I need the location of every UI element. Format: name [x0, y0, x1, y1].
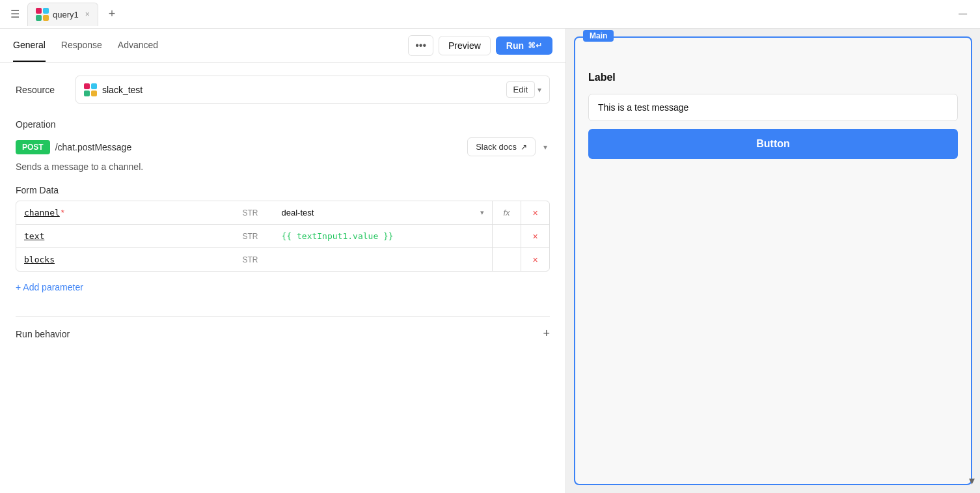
preview-run-button[interactable]: Button — [588, 129, 958, 159]
delete-button-blocks[interactable]: × — [521, 248, 549, 271]
operation-description: Sends a message to a channel. — [16, 162, 550, 172]
param-name-text[interactable]: text — [16, 225, 235, 247]
param-type-channel: STR — [235, 201, 274, 224]
tab-general[interactable]: General — [13, 29, 46, 62]
param-name-blocks[interactable]: blocks — [16, 248, 235, 271]
resource-dropdown-icon[interactable]: ▾ — [538, 85, 541, 94]
hamburger-menu-icon[interactable]: ☰ — [8, 5, 22, 23]
tab-name: query1 — [53, 10, 79, 20]
table-row: text STR {{ textInput1.value }} × — [16, 225, 549, 248]
run-behavior-add-button[interactable]: + — [543, 327, 550, 341]
resource-box: slack_test Edit ▾ — [75, 76, 550, 104]
param-value-text[interactable]: {{ textInput1.value }} — [274, 225, 493, 247]
preview-button[interactable]: Preview — [439, 36, 491, 55]
param-type-text: STR — [235, 225, 274, 247]
post-badge: POST — [16, 140, 50, 154]
endpoint-text: /chat.postMessage — [55, 142, 462, 152]
fx-button-blocks[interactable] — [492, 248, 521, 271]
query-tab[interactable]: query1 × — [27, 3, 98, 26]
right-panel: Main Label This is a test message Button… — [566, 29, 980, 493]
run-shortcut: ⌘↵ — [528, 41, 542, 50]
resource-name: slack_test — [84, 83, 143, 96]
param-name-channel[interactable]: channel* — [16, 201, 235, 224]
form-data-label: Form Data — [16, 185, 550, 195]
run-behavior-section: Run behavior + — [16, 316, 550, 351]
scroll-down-arrow[interactable]: ▾ — [969, 473, 975, 488]
run-behavior-label: Run behavior — [16, 329, 70, 339]
minimize-button[interactable]: ─ — [953, 5, 972, 23]
form-data-table: channel* STR deal-test ▾ fx × text — [16, 201, 550, 272]
external-link-icon: ↗ — [521, 143, 527, 152]
more-options-button[interactable]: ••• — [408, 35, 433, 56]
tab-close-icon[interactable]: × — [85, 10, 90, 19]
tab-advanced[interactable]: Advanced — [118, 29, 158, 62]
slack-resource-icon — [84, 83, 97, 96]
tab-response[interactable]: Response — [61, 29, 102, 62]
slack-docs-label: Slack docs — [476, 142, 517, 152]
resource-name-text: slack_test — [102, 85, 143, 95]
resource-edit-button[interactable]: Edit — [506, 81, 535, 98]
table-row: blocks STR × — [16, 248, 549, 271]
main-badge: Main — [583, 30, 614, 42]
resource-section: Resource slack_test Edit ▾ — [16, 76, 550, 104]
operation-row: POST /chat.postMessage Slack docs ↗ ▾ — [16, 137, 550, 156]
delete-button-text[interactable]: × — [521, 225, 549, 247]
fx-button-channel[interactable]: fx — [492, 201, 521, 224]
delete-button-channel[interactable]: × — [521, 201, 549, 224]
param-value-channel[interactable]: deal-test ▾ — [274, 201, 493, 224]
param-value-blocks[interactable] — [274, 253, 493, 266]
operation-label: Operation — [16, 119, 550, 130]
operation-dropdown-icon[interactable]: ▾ — [541, 140, 550, 154]
resource-label: Resource — [16, 85, 68, 95]
table-row: channel* STR deal-test ▾ fx × — [16, 201, 549, 225]
slack-docs-button[interactable]: Slack docs ↗ — [467, 137, 536, 156]
preview-form-label: Label — [588, 72, 958, 83]
add-parameter-button[interactable]: + Add parameter — [16, 272, 550, 303]
add-tab-button[interactable]: + — [103, 5, 121, 23]
preview-input[interactable]: This is a test message — [588, 94, 958, 121]
param-type-blocks: STR — [235, 248, 274, 271]
run-label: Run — [506, 40, 524, 51]
run-button[interactable]: Run ⌘↵ — [496, 36, 552, 55]
slack-tab-icon — [36, 8, 49, 21]
fx-button-text[interactable] — [492, 225, 521, 247]
